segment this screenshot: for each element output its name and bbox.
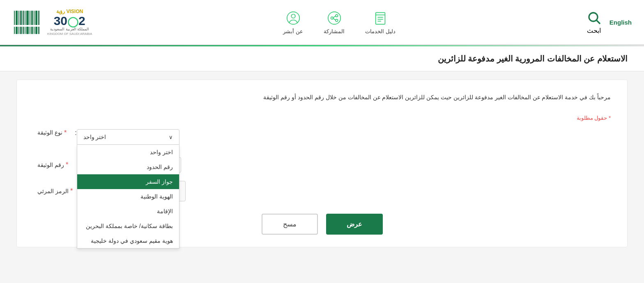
option-gulf[interactable]: هوية مقيم سعودي في دولة خليجية bbox=[77, 233, 179, 248]
search-box[interactable]: ابحث bbox=[586, 10, 601, 34]
nav-services-label: دليل الخدمات bbox=[365, 28, 396, 34]
option-bahrain[interactable]: بطاقة سكانية/ خاصة بمملكة البحرين bbox=[77, 219, 179, 233]
page-title: الاستعلام عن المخالفات المرورية الغير مد… bbox=[16, 54, 628, 64]
search-label: ابحث bbox=[587, 27, 601, 34]
nav-about-label: عن أبشر bbox=[283, 28, 303, 34]
doc-type-label: نوع الوثيقة bbox=[37, 129, 62, 136]
chevron-down-icon: ∨ bbox=[169, 134, 173, 140]
doc-type-selected-label: اختر واحد bbox=[83, 134, 106, 140]
share-circle-icon bbox=[327, 10, 342, 26]
captcha-label: الرمز المرئي bbox=[37, 188, 69, 194]
vision-logo: VISION رؤية 2◯30 المملكة العربية السعودي… bbox=[47, 8, 92, 37]
svg-point-3 bbox=[291, 14, 295, 18]
vision-year: 2◯30 bbox=[54, 15, 86, 27]
option-border[interactable]: رقم الحدود bbox=[77, 160, 179, 174]
doc-type-dropdown[interactable]: ∨ اختر واحد اختر واحد رقم الحدود جواز ال… bbox=[77, 129, 179, 145]
header-nav: عن أبشر المشاركة دليل الخدمات bbox=[283, 10, 395, 34]
welcome-text: مرحباً بك في خدمة الاستعلام عن المخالفات… bbox=[33, 92, 611, 103]
option-passport[interactable]: جواز السفر bbox=[77, 174, 179, 189]
person-circle-icon bbox=[285, 10, 301, 26]
display-button[interactable]: عرض bbox=[326, 214, 383, 235]
svg-line-1 bbox=[597, 20, 600, 23]
option-choose[interactable]: اختر واحد bbox=[77, 145, 179, 160]
main-content: مرحباً بك في خدمة الاستعلام عن المخالفات… bbox=[16, 80, 628, 247]
doc-type-menu: اختر واحد رقم الحدود جواز السفر الهوية ا… bbox=[77, 145, 179, 249]
language-switch[interactable]: English bbox=[610, 19, 632, 26]
nav-participation-label: المشاركة bbox=[324, 28, 345, 34]
barcode-icon bbox=[12, 9, 41, 36]
svg-point-4 bbox=[328, 11, 340, 24]
svg-point-0 bbox=[589, 13, 598, 21]
svg-point-5 bbox=[331, 17, 333, 19]
book-icon bbox=[373, 10, 388, 26]
option-residence[interactable]: الإقامة bbox=[77, 204, 179, 219]
page-title-bar: الاستعلام عن المخالفات المرورية الغير مد… bbox=[0, 46, 644, 71]
svg-line-8 bbox=[333, 16, 336, 18]
svg-line-9 bbox=[333, 18, 336, 20]
search-icon bbox=[586, 10, 601, 25]
doc-number-label: رقم الوثيقة bbox=[37, 162, 64, 168]
nav-about[interactable]: عن أبشر bbox=[283, 10, 303, 34]
required-note: * حقول مطلوبة bbox=[33, 115, 611, 121]
doc-type-trigger[interactable]: ∨ اختر واحد bbox=[77, 129, 179, 145]
clear-button[interactable]: مسح bbox=[262, 214, 318, 235]
svg-rect-10 bbox=[376, 12, 385, 24]
site-header: ابحث English عن أبشر المشاركة bbox=[0, 0, 644, 45]
svg-point-6 bbox=[335, 14, 338, 17]
header-left: ابحث English bbox=[586, 10, 632, 34]
option-national-id[interactable]: الهوية الوطنية bbox=[77, 189, 179, 204]
doc-type-row: ∨ اختر واحد اختر واحد رقم الحدود جواز ال… bbox=[33, 129, 611, 145]
vision-country: المملكة العربية السعودية KINGDOM OF SAUD… bbox=[47, 27, 92, 36]
header-logo: VISION رؤية 2◯30 المملكة العربية السعودي… bbox=[12, 8, 92, 37]
nav-services[interactable]: دليل الخدمات bbox=[365, 10, 396, 34]
svg-point-7 bbox=[335, 19, 338, 21]
nav-participation[interactable]: المشاركة bbox=[324, 10, 345, 34]
